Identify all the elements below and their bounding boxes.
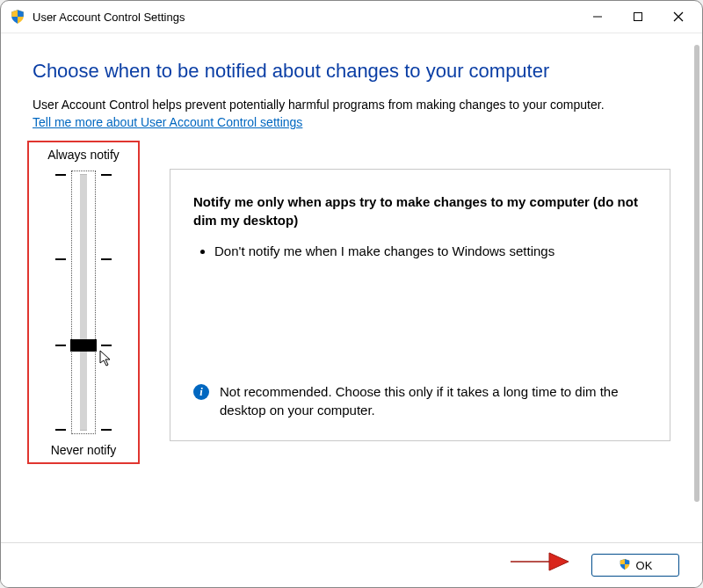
help-link[interactable]: Tell me more about User Account Control … <box>33 115 302 129</box>
setting-title: Notify me only when apps try to make cha… <box>193 192 647 229</box>
titlebar: User Account Control Settings <box>1 1 702 33</box>
svg-rect-1 <box>634 13 642 21</box>
slider-track[interactable] <box>48 171 119 434</box>
setting-bullets: Don't notify me when I make changes to W… <box>193 242 647 260</box>
recommendation-row: i Not recommended. Choose this only if i… <box>193 382 647 419</box>
description-panel: Notify me only when apps try to make cha… <box>170 169 670 441</box>
dialog-footer: OK <box>1 542 702 587</box>
uac-window: User Account Control Settings Choose whe… <box>0 0 703 588</box>
window-title: User Account Control Settings <box>33 11 185 24</box>
maximize-button[interactable] <box>618 3 658 31</box>
slider-bottom-label: Never notify <box>51 443 117 457</box>
slider-thumb[interactable] <box>70 339 97 352</box>
ok-button[interactable]: OK <box>591 554 679 577</box>
recommendation-text: Not recommended. Choose this only if it … <box>220 382 647 419</box>
info-icon: i <box>193 384 209 400</box>
ok-button-label: OK <box>636 559 653 572</box>
annotation-arrow-icon <box>509 548 570 578</box>
main-row: Always notify Never notify <box>33 148 670 457</box>
cursor-icon <box>99 350 113 371</box>
slider-top-label: Always notify <box>47 148 120 162</box>
uac-shield-icon <box>10 9 25 25</box>
page-heading: Choose when to be notified about changes… <box>33 60 670 83</box>
page-description: User Account Control helps prevent poten… <box>33 97 670 113</box>
setting-bullet-item: Don't notify me when I make changes to W… <box>214 242 647 260</box>
window-controls <box>577 3 699 31</box>
close-button[interactable] <box>658 3 699 31</box>
notification-slider-area: Always notify Never notify <box>33 148 134 457</box>
content-area: Choose when to be notified about changes… <box>1 33 702 457</box>
minimize-button[interactable] <box>577 3 618 31</box>
uac-shield-icon <box>619 558 631 573</box>
